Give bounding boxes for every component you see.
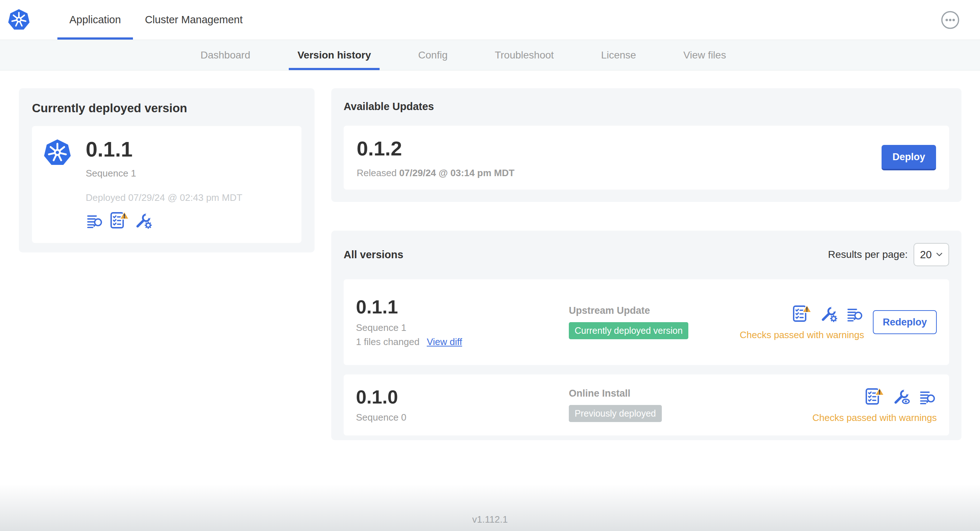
subnav-tab-dashboard-label: Dashboard [200, 49, 250, 61]
version-row-info: 0.1.1 Sequence 1 1 files changed View di… [356, 297, 569, 347]
chevron-down-icon [936, 253, 943, 257]
release-notes-icon[interactable] [86, 213, 104, 229]
current-version-info: 0.1.1 Sequence 1 Deployed 07/29/24 @ 02:… [86, 138, 242, 243]
currently-deployed-card: Currently deployed version 0.1.1 Sequenc… [19, 88, 315, 253]
subnav-tab-config[interactable]: Config [409, 40, 456, 70]
edit-config-icon[interactable] [820, 305, 838, 323]
edit-config-icon[interactable] [134, 211, 153, 229]
subnav-tab-version-history[interactable]: Version history [289, 40, 380, 70]
right-column: Available Updates 0.1.2 Released 07/29/2… [331, 88, 961, 440]
ellipsis-icon [941, 11, 960, 29]
checks-status-text: Checks passed with warnings [813, 412, 937, 423]
version-row-source: Upstream Update Currently deployed versi… [569, 305, 740, 339]
app-tabs: Application Cluster Management [57, 0, 255, 40]
row-files-changed: 1 files changed View diff [356, 336, 569, 348]
current-version-actions [86, 211, 242, 229]
version-row-info: 0.1.0 Sequence 0 [356, 387, 569, 423]
subnav-tab-troubleshoot[interactable]: Troubleshoot [486, 40, 562, 70]
tab-application[interactable]: Application [57, 0, 133, 40]
available-updates-title: Available Updates [344, 100, 949, 113]
app-kubernetes-icon [43, 138, 72, 167]
results-per-page-label: Results per page: [828, 249, 908, 261]
view-config-icon[interactable] [892, 388, 911, 406]
currently-deployed-title: Currently deployed version [32, 101, 301, 115]
kubernetes-logo-icon [7, 8, 30, 32]
deploy-button[interactable]: Deploy [881, 145, 936, 170]
previously-deployed-badge: Previously deployed [569, 405, 662, 422]
row-action-icons [791, 304, 864, 323]
available-update-row: 0.1.2 Released 07/29/24 @ 03:14 pm MDT D… [344, 126, 949, 189]
console-version: v1.112.1 [472, 514, 508, 525]
page-footer: v1.112.1 [0, 484, 980, 531]
update-released-timestamp: Released 07/29/24 @ 03:14 pm MDT [357, 167, 514, 179]
subnav-tab-version-history-label: Version history [298, 49, 371, 61]
all-versions-title: All versions [344, 249, 403, 261]
row-icons-and-status: Checks passed with warnings [740, 304, 864, 341]
row-sequence: Sequence 1 [356, 322, 569, 334]
main-content: Currently deployed version 0.1.1 Sequenc… [0, 70, 980, 440]
top-nav: Application Cluster Management [0, 0, 980, 40]
subnav-tab-license-label: License [601, 49, 636, 61]
available-update-info: 0.1.2 Released 07/29/24 @ 03:14 pm MDT [357, 137, 514, 179]
row-source-label: Upstream Update [569, 305, 650, 316]
current-version-sequence: Sequence 1 [86, 168, 242, 179]
subnav-tab-dashboard[interactable]: Dashboard [192, 40, 259, 70]
row-version-number: 0.1.1 [356, 297, 569, 318]
all-versions-header: All versions Results per page: 20 [344, 243, 949, 266]
version-row-actions: Checks passed with warnings [813, 387, 937, 423]
subnav-tab-view-files[interactable]: View files [675, 40, 735, 70]
released-prefix: Released [357, 167, 397, 178]
subnav-tab-config-label: Config [418, 49, 447, 61]
version-row-actions: Checks passed with warnings Redeploy [740, 304, 937, 341]
results-per-page-value: 20 [920, 249, 932, 261]
row-version-number: 0.1.0 [356, 387, 569, 407]
current-version-deployed-timestamp: Deployed 07/29/24 @ 02:43 pm MDT [86, 192, 242, 203]
redeploy-button[interactable]: Redeploy [873, 310, 937, 334]
currently-deployed-badge: Currently deployed version [569, 322, 688, 339]
view-diff-link[interactable]: View diff [427, 336, 462, 348]
tab-cluster-management-label: Cluster Management [145, 14, 243, 26]
app-subnav: Dashboard Version history Config Trouble… [0, 40, 980, 70]
preflight-checks-warning-icon[interactable] [864, 387, 885, 406]
preflight-checks-warning-icon[interactable] [109, 211, 129, 229]
version-row-0-1-0: 0.1.0 Sequence 0 Online Install Previous… [344, 374, 949, 436]
released-date: 07/29/24 @ 03:14 pm MDT [399, 167, 514, 178]
more-menu-button[interactable] [941, 11, 960, 29]
row-sequence: Sequence 0 [356, 412, 569, 423]
version-row-0-1-1: 0.1.1 Sequence 1 1 files changed View di… [344, 279, 949, 365]
subnav-tab-view-files-label: View files [683, 49, 726, 61]
release-notes-icon[interactable] [846, 306, 864, 323]
preflight-checks-warning-icon[interactable] [791, 304, 812, 323]
version-row-source: Online Install Previously deployed [569, 388, 813, 422]
files-changed-label: 1 files changed [356, 336, 420, 348]
checks-status-text: Checks passed with warnings [740, 329, 864, 341]
available-updates-card: Available Updates 0.1.2 Released 07/29/2… [331, 88, 961, 202]
row-source-label: Online Install [569, 388, 631, 399]
tab-cluster-management[interactable]: Cluster Management [133, 0, 255, 40]
row-action-icons [864, 387, 937, 406]
currently-deployed-version-card: 0.1.1 Sequence 1 Deployed 07/29/24 @ 02:… [32, 126, 301, 243]
results-per-page-select[interactable]: 20 [913, 243, 949, 266]
tab-application-label: Application [69, 14, 121, 26]
subnav-tab-troubleshoot-label: Troubleshoot [495, 49, 554, 61]
subnav-tab-license[interactable]: License [592, 40, 645, 70]
release-notes-icon[interactable] [919, 389, 937, 406]
all-versions-card: All versions Results per page: 20 0.1.1 … [331, 231, 961, 440]
update-version-number: 0.1.2 [357, 137, 514, 160]
row-icons-and-status: Checks passed with warnings [813, 387, 937, 423]
current-version-number: 0.1.1 [86, 138, 242, 161]
results-per-page: Results per page: 20 [828, 243, 949, 266]
